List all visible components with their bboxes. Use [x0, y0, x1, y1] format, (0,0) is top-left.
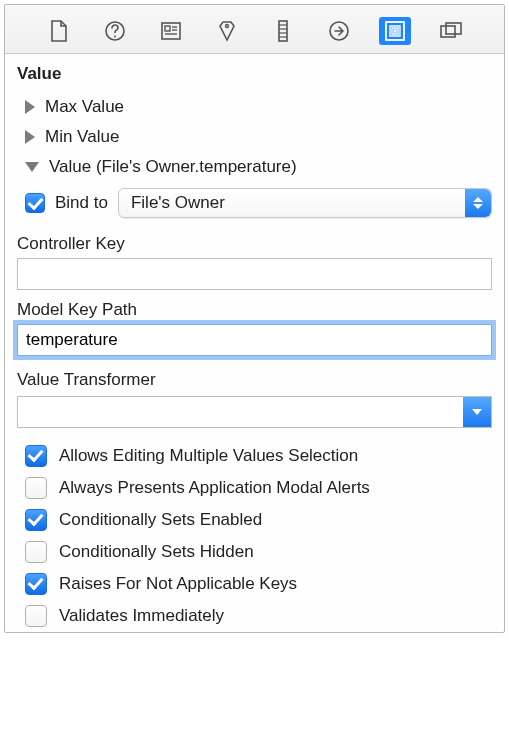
option-label-0: Allows Editing Multiple Values Selection [59, 446, 358, 466]
popup-stepper-icon [465, 189, 491, 217]
tag-icon[interactable] [211, 17, 243, 45]
section-title-value: Value [5, 54, 504, 92]
disclosure-row-value[interactable]: Value (File's Owner.temperature) [5, 152, 504, 182]
file-icon[interactable] [43, 17, 75, 45]
option-row-1: Always Presents Application Modal Alerts [5, 472, 504, 504]
value-transformer-label: Value Transformer [5, 356, 504, 394]
controller-key-input[interactable] [17, 258, 492, 290]
svg-rect-15 [441, 26, 455, 37]
option-label-2: Conditionally Sets Enabled [59, 510, 262, 530]
chevron-right-icon [25, 130, 35, 144]
arrow-icon[interactable] [323, 17, 355, 45]
option-checkbox-1[interactable] [25, 477, 47, 499]
bind-to-row: Bind to File's Owner [5, 182, 504, 224]
row-label-min-value: Min Value [45, 127, 119, 147]
option-checkbox-3[interactable] [25, 541, 47, 563]
row-label-value: Value (File's Owner.temperature) [49, 157, 297, 177]
model-key-path-label: Model Key Path [5, 290, 504, 324]
inspector-toolbar [5, 5, 504, 54]
row-label-max-value: Max Value [45, 97, 124, 117]
option-checkbox-2[interactable] [25, 509, 47, 531]
controller-key-label: Controller Key [5, 224, 504, 258]
bind-to-checkbox[interactable] [25, 193, 45, 213]
disclosure-row-max-value[interactable]: Max Value [5, 92, 504, 122]
option-checkbox-4[interactable] [25, 573, 47, 595]
option-checkbox-0[interactable] [25, 445, 47, 467]
option-label-5: Validates Immediately [59, 606, 224, 626]
value-transformer-combo[interactable] [17, 396, 492, 428]
option-row-2: Conditionally Sets Enabled [5, 504, 504, 536]
identity-icon[interactable] [155, 17, 187, 45]
bindings-icon[interactable] [379, 17, 411, 45]
bind-to-label: Bind to [55, 193, 108, 213]
effects-icon[interactable] [435, 17, 467, 45]
option-label-4: Raises For Not Applicable Keys [59, 574, 297, 594]
svg-rect-8 [279, 21, 287, 41]
bindings-inspector-panel: Value Max Value Min Value Value (File's … [4, 4, 505, 633]
svg-point-7 [225, 25, 228, 28]
chevron-right-icon [25, 100, 35, 114]
option-label-3: Conditionally Sets Hidden [59, 542, 254, 562]
option-row-5: Validates Immediately [5, 600, 504, 632]
svg-rect-16 [446, 23, 461, 34]
option-row-0: Allows Editing Multiple Values Selection [5, 440, 504, 472]
bind-to-popup[interactable]: File's Owner [118, 188, 492, 218]
bind-to-popup-value: File's Owner [131, 193, 225, 213]
disclosure-row-min-value[interactable]: Min Value [5, 122, 504, 152]
svg-rect-3 [165, 26, 170, 31]
option-row-3: Conditionally Sets Hidden [5, 536, 504, 568]
svg-rect-14 [386, 22, 404, 40]
option-checkbox-5[interactable] [25, 605, 47, 627]
help-icon[interactable] [99, 17, 131, 45]
chevron-down-icon [463, 397, 491, 427]
option-label-1: Always Presents Application Modal Alerts [59, 478, 370, 498]
chevron-down-icon [25, 162, 39, 172]
size-icon[interactable] [267, 17, 299, 45]
option-row-4: Raises For Not Applicable Keys [5, 568, 504, 600]
model-key-path-input[interactable] [17, 324, 492, 356]
svg-point-1 [114, 36, 116, 38]
